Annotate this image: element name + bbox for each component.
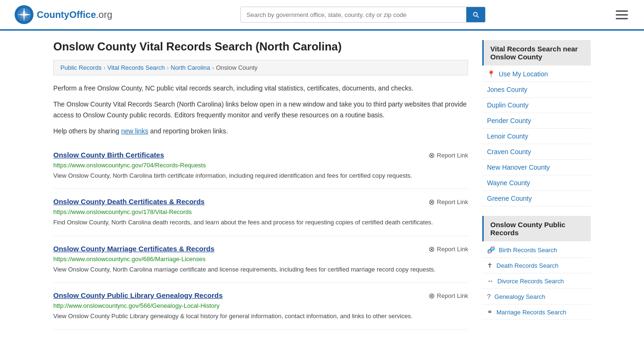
logo-area: CountyOffice.org (14, 5, 112, 25)
page-title: Onslow County Vital Records Search (Nort… (53, 40, 468, 53)
search-icon (472, 11, 479, 18)
record-desc: View Onslow County Public Library geneal… (53, 312, 468, 321)
nearby-county-link[interactable]: Duplin County (487, 101, 528, 109)
record-item: Onslow County Death Certificates & Recor… (53, 189, 468, 236)
breadcrumb-current: Onslow County (216, 64, 257, 71)
report-label: Report Link (437, 152, 468, 159)
hamburger-line (616, 14, 628, 16)
search-button[interactable] (466, 7, 485, 22)
death-records-link[interactable]: Death Records Search (496, 262, 559, 269)
hamburger-line (616, 18, 628, 19)
sidebar-use-location[interactable]: 📍 Use My Location (482, 66, 591, 82)
breadcrumb-vital-records[interactable]: Vital Records Search (107, 64, 165, 71)
sidebar-nearby-item[interactable]: Jones County (482, 82, 591, 98)
record-title[interactable]: Onslow County Death Certificates & Recor… (53, 197, 205, 206)
location-pin-icon: 📍 (487, 70, 495, 78)
nearby-county-link[interactable]: New Hanover County (487, 164, 550, 171)
nearby-county-link[interactable]: Lenoir County (487, 132, 528, 140)
record-item: Onslow County Birth Certificates ⊗ Repor… (53, 142, 468, 189)
nearby-county-link[interactable]: Jones County (487, 86, 528, 93)
sidebar-nearby-item[interactable]: Wayne County (482, 175, 591, 191)
report-icon: ⊗ (429, 151, 435, 160)
nearby-county-link[interactable]: Wayne County (487, 179, 530, 187)
nearby-county-link[interactable]: Pender County (487, 117, 531, 124)
report-icon: ⊗ (429, 197, 435, 206)
record-url: https://www.onslowcountync.gov/704/Recor… (53, 162, 468, 169)
content: Onslow County Vital Records Search (Nort… (53, 40, 468, 330)
report-label: Report Link (437, 246, 468, 253)
marriage-icon: ⚭ (487, 308, 493, 316)
svg-point-7 (23, 13, 25, 16)
breadcrumb-sep: › (167, 64, 169, 71)
main-container: Onslow County Vital Records Search (Nort… (39, 31, 605, 339)
breadcrumb-nc[interactable]: North Carolina (171, 64, 210, 71)
report-label: Report Link (437, 198, 468, 206)
breadcrumb-sep: › (212, 64, 214, 71)
record-url: https://www.onslowcountync.gov/178/Vital… (53, 208, 468, 215)
sidebar-public-item[interactable]: 🧬 Birth Records Search (482, 242, 591, 258)
report-label: Report Link (437, 292, 468, 299)
record-desc: View Onslow County, North Carolina marri… (53, 265, 468, 274)
sidebar-nearby-item[interactable]: Pender County (482, 113, 591, 129)
report-link[interactable]: ⊗ Report Link (429, 151, 468, 160)
sidebar-public-item[interactable]: ? Genealogy Search (482, 289, 591, 304)
use-my-location-link[interactable]: Use My Location (499, 70, 548, 78)
record-url: http://www.onslowcountync.gov/566/Geneal… (53, 302, 468, 309)
sidebar-public-title: Onslow County Public Records (482, 216, 591, 241)
header: CountyOffice.org (0, 0, 644, 31)
sidebar-nearby-item[interactable]: Duplin County (482, 98, 591, 113)
sidebar-nearby-title: Vital Records Search near Onslow County (482, 40, 591, 66)
nearby-county-link[interactable]: Greene County (487, 195, 532, 202)
record-url-link[interactable]: http://www.onslowcountync.gov/566/Geneal… (53, 302, 220, 309)
nearby-county-link[interactable]: Craven County (487, 148, 531, 156)
report-link[interactable]: ⊗ Report Link (429, 197, 468, 206)
record-url-link[interactable]: https://www.onslowcountync.gov/704/Recor… (53, 162, 206, 169)
record-desc: Find Onslow County, North Carolina death… (53, 218, 468, 227)
hamburger-line (616, 10, 628, 12)
breadcrumb-public-records[interactable]: Public Records (60, 64, 101, 71)
description-3: Help others by sharing new links and rep… (53, 126, 468, 136)
sidebar-nearby-item[interactable]: Lenoir County (482, 129, 591, 144)
birth-icon: 🧬 (487, 246, 495, 254)
report-link[interactable]: ⊗ Report Link (429, 291, 468, 300)
desc3-suffix: and reporting broken links. (149, 127, 228, 135)
hamburger-button[interactable] (614, 8, 630, 21)
marriage-records-link[interactable]: Marriage Records Search (496, 309, 566, 316)
record-url-link[interactable]: https://www.onslowcountync.gov/178/Vital… (53, 208, 192, 215)
report-icon: ⊗ (429, 245, 435, 254)
logo-text: CountyOffice.org (37, 9, 112, 20)
search-bar (240, 7, 486, 23)
logo-icon (14, 5, 34, 25)
genealogy-icon: ? (487, 293, 491, 300)
new-links-link[interactable]: new links (121, 127, 149, 135)
death-icon: ✝ (487, 262, 493, 269)
record-url: https://www.onslowcountync.gov/686/Marri… (53, 255, 468, 263)
report-icon: ⊗ (429, 291, 435, 300)
birth-records-link[interactable]: Birth Records Search (499, 247, 557, 254)
record-title[interactable]: Onslow County Public Library Genealogy R… (53, 291, 223, 299)
record-title[interactable]: Onslow County Marriage Certificates & Re… (53, 245, 215, 253)
record-desc: View Onslow County, North Carolina birth… (53, 171, 468, 181)
sidebar-nearby-links: 📍 Use My Location Jones County Duplin Co… (482, 66, 591, 206)
description-1: Perform a free Onslow County, NC public … (53, 83, 468, 93)
description-2: The Onslow County Vital Records Search (… (53, 99, 468, 120)
sidebar-nearby-item[interactable]: Craven County (482, 144, 591, 160)
sidebar-nearby-item[interactable]: Greene County (482, 191, 591, 206)
sidebar-public-item[interactable]: ↔ Divorce Records Search (482, 273, 591, 289)
divorce-records-link[interactable]: Divorce Records Search (497, 278, 564, 285)
report-link[interactable]: ⊗ Report Link (429, 245, 468, 254)
desc3-prefix: Help others by sharing (53, 127, 121, 135)
record-item: Onslow County Public Library Genealogy R… (53, 283, 468, 330)
sidebar-public-item[interactable]: ⚭ Marriage Records Search (482, 304, 591, 320)
search-input[interactable] (241, 8, 466, 22)
record-title[interactable]: Onslow County Birth Certificates (53, 151, 164, 159)
breadcrumb-sep: › (103, 64, 105, 71)
records-list: Onslow County Birth Certificates ⊗ Repor… (53, 142, 468, 330)
sidebar-public-item[interactable]: ✝ Death Records Search (482, 258, 591, 273)
divorce-icon: ↔ (487, 277, 494, 285)
genealogy-search-link[interactable]: Genealogy Search (495, 293, 545, 300)
record-item: Onslow County Marriage Certificates & Re… (53, 236, 468, 283)
record-url-link[interactable]: https://www.onslowcountync.gov/686/Marri… (53, 255, 206, 263)
sidebar: Vital Records Search near Onslow County … (482, 40, 591, 330)
sidebar-nearby-item[interactable]: New Hanover County (482, 160, 591, 175)
